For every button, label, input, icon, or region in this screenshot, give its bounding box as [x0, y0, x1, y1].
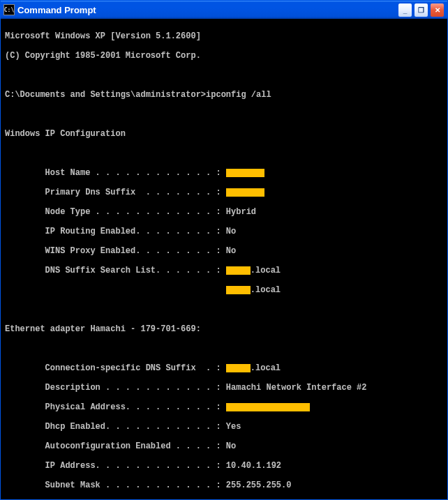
- terminal-output[interactable]: Microsoft Windows XP [Version 5.1.2600] …: [1, 19, 447, 499]
- command-prompt-window: C:\ Command Prompt _ ❐ ✕ Microsoft Windo…: [0, 0, 448, 500]
- h1-dhcp-value: Yes: [226, 422, 241, 432]
- dns-suffix-redacted2: [226, 286, 251, 294]
- dns-suffix-value2: .local: [251, 285, 281, 295]
- h1-description-label: Description . . . . . . . . . . . :: [5, 383, 226, 393]
- wins-proxy-value: No: [226, 246, 236, 256]
- copyright-line: (C) Copyright 1985-2001 Microsoft Corp.: [5, 51, 201, 61]
- h1-subnet-label: Subnet Mask . . . . . . . . . . . :: [5, 480, 226, 490]
- primary-dns-label: Primary Dns Suffix . . . . . . . :: [5, 188, 226, 197]
- h1-ip-addr-value: 10.40.1.192: [226, 461, 281, 471]
- window-title: Command Prompt: [17, 5, 398, 15]
- h1-conn-dns-value: .local: [251, 363, 281, 373]
- h1-conn-dns-redacted: [226, 364, 251, 372]
- h1-autoconf-label: Autoconfiguration Enabled . . . . :: [5, 441, 226, 451]
- h1-dhcp-label: Dhcp Enabled. . . . . . . . . . . :: [5, 422, 226, 432]
- host-name-label: Host Name . . . . . . . . . . . . :: [5, 168, 226, 178]
- h1-subnet-value: 255.255.255.0: [226, 480, 292, 490]
- dns-suffix-indent: [5, 285, 226, 295]
- ip-routing-label: IP Routing Enabled. . . . . . . . :: [5, 227, 226, 236]
- maximize-button[interactable]: ❐: [414, 3, 428, 17]
- ip-routing-value: No: [226, 227, 236, 236]
- dns-suffix-list-label: DNS Suffix Search List. . . . . . :: [5, 266, 226, 275]
- host-name-redacted: [226, 169, 264, 177]
- cmd-icon: C:\: [3, 4, 15, 15]
- minimize-button[interactable]: _: [398, 3, 412, 17]
- h1-ip-addr-label: IP Address. . . . . . . . . . . . :: [5, 461, 226, 471]
- prompt: C:\Documents and Settings\administrator>: [5, 90, 206, 100]
- h1-phys-addr-redacted: [226, 403, 310, 411]
- node-type-value: Hybrid: [226, 207, 256, 217]
- h1-description-value: Hamachi Network Interface #2: [226, 383, 367, 393]
- ipconfig-header: Windows IP Configuration: [5, 129, 126, 139]
- close-button[interactable]: ✕: [430, 3, 445, 17]
- command: ipconfig /all: [206, 90, 271, 100]
- wins-proxy-label: WINS Proxy Enabled. . . . . . . . :: [5, 246, 226, 256]
- h1-autoconf-value: No: [226, 441, 236, 451]
- node-type-label: Node Type . . . . . . . . . . . . :: [5, 207, 226, 217]
- hamachi1-header: Ethernet adapter Hamachi - 179-701-669:: [5, 324, 201, 334]
- dns-suffix-value: .local: [251, 266, 281, 275]
- primary-dns-redacted: [226, 188, 264, 197]
- version-line: Microsoft Windows XP [Version 5.1.2600]: [5, 31, 201, 41]
- h1-phys-addr-label: Physical Address. . . . . . . . . :: [5, 402, 226, 412]
- h1-conn-dns-label: Connection-specific DNS Suffix . :: [5, 363, 226, 373]
- titlebar[interactable]: C:\ Command Prompt _ ❐ ✕: [1, 1, 447, 19]
- window-buttons: _ ❐ ✕: [398, 3, 445, 17]
- dns-suffix-redacted: [226, 266, 251, 275]
